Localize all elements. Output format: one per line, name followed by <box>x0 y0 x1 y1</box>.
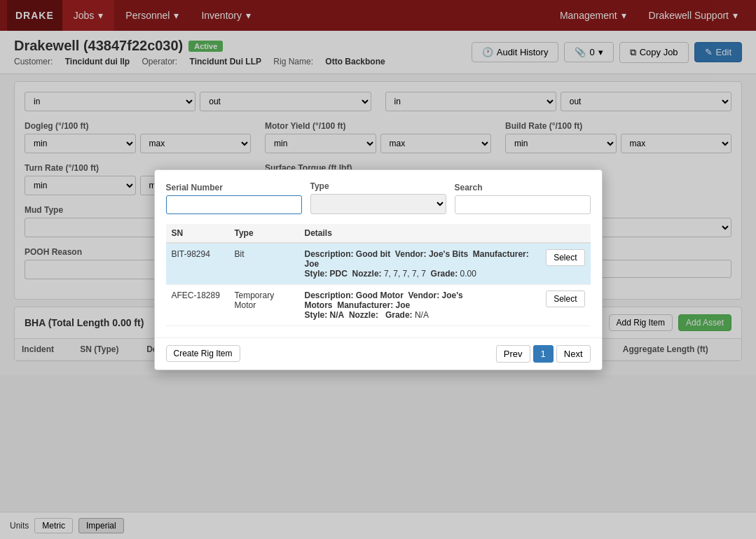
modal-type-cell: Temporary Motor <box>229 284 299 326</box>
modal-sn-cell: AFEC-18289 <box>166 284 229 326</box>
search-label: Search <box>455 183 591 192</box>
type-select[interactable] <box>310 194 446 214</box>
pagination: Prev 1 Next <box>496 345 591 363</box>
modal-overlay[interactable]: Serial Number Type Search <box>0 0 756 375</box>
select-button-0[interactable]: Select <box>546 249 584 266</box>
col-type: Type <box>229 224 299 243</box>
search-field: Search <box>455 183 591 214</box>
select-button-1[interactable]: Select <box>546 290 584 307</box>
modal-table-body: BIT-98294 Bit Description: Good bit Vend… <box>166 243 591 326</box>
modal-details-cell: Description: Good Motor Vendor: Joe's Mo… <box>299 284 541 326</box>
modal-body: Serial Number Type Search <box>155 170 602 337</box>
create-rig-item-button[interactable]: Create Rig Item <box>166 345 240 362</box>
type-field: Type <box>310 181 446 214</box>
page-1-button[interactable]: 1 <box>533 345 554 363</box>
modal-footer: Create Rig Item Prev 1 Next <box>155 337 602 370</box>
modal-table-row: BIT-98294 Bit Description: Good bit Vend… <box>166 243 591 285</box>
modal-search-row: Serial Number Type Search <box>166 181 591 214</box>
prev-page-button[interactable]: Prev <box>496 345 530 363</box>
modal-action-cell: Select <box>540 243 590 285</box>
serial-number-label: Serial Number <box>166 183 302 192</box>
modal: Serial Number Type Search <box>154 169 603 370</box>
next-page-button[interactable]: Next <box>556 345 591 363</box>
modal-table-header: SN Type Details <box>166 224 591 243</box>
search-input[interactable] <box>455 195 591 214</box>
col-details: Details <box>299 224 541 243</box>
modal-sn-cell: BIT-98294 <box>166 243 229 285</box>
modal-table: SN Type Details BIT-98294 Bit Descriptio… <box>166 224 591 326</box>
type-label: Type <box>310 181 446 191</box>
col-sn: SN <box>166 224 229 243</box>
serial-number-field: Serial Number <box>166 183 302 214</box>
modal-table-row: AFEC-18289 Temporary Motor Description: … <box>166 284 591 326</box>
modal-type-cell: Bit <box>229 243 299 285</box>
modal-details-cell: Description: Good bit Vendor: Joe's Bits… <box>299 243 541 285</box>
modal-action-cell: Select <box>540 284 590 326</box>
col-action <box>540 224 590 243</box>
serial-number-input[interactable] <box>166 195 302 214</box>
